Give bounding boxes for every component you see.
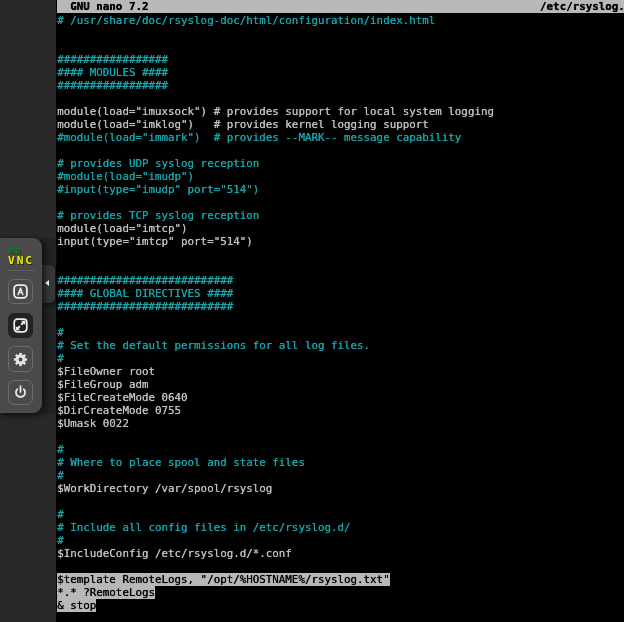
novnc-logo-vnc: VNC [8, 255, 34, 266]
gear-icon [13, 352, 28, 367]
terminal-line: # [57, 443, 494, 456]
novnc-logo-no: no [9, 246, 34, 255]
terminal-line: #module(load="imudp") [57, 170, 494, 183]
terminal-line: module(load="imuxsock") # provides suppo… [57, 105, 494, 118]
terminal-line [57, 92, 494, 105]
terminal-line: # [57, 534, 494, 547]
terminal-line: # [57, 469, 494, 482]
terminal-line: & stop [57, 599, 494, 612]
terminal-line: #### GLOBAL DIRECTIVES #### [57, 287, 494, 300]
terminal-line [57, 27, 494, 40]
settings-button[interactable] [8, 346, 33, 371]
terminal-line: $Umask 0022 [57, 417, 494, 430]
terminal-line: $DirCreateMode 0755 [57, 404, 494, 417]
fullscreen-icon [13, 318, 28, 333]
terminal-text: # /usr/share/doc/rsyslog-doc/html/config… [57, 14, 494, 612]
power-icon [13, 385, 28, 400]
terminal-line: # Where to place spool and state files [57, 456, 494, 469]
terminal-screen[interactable]: GNU nano 7.2 /etc/rsyslog. # /usr/share/… [56, 0, 624, 622]
control-bar-handle[interactable] [42, 265, 55, 303]
terminal-line: #module(load="immark") # provides --MARK… [57, 131, 494, 144]
terminal-line: *.* ?RemoteLogs [57, 586, 494, 599]
nano-title-app: GNU nano 7.2 [57, 0, 148, 13]
collapse-left-arrow-icon [45, 280, 49, 286]
terminal-line [57, 560, 494, 573]
terminal-line: #input(type="imudp" port="514") [57, 183, 494, 196]
disconnect-button[interactable] [8, 380, 33, 405]
nano-titlebar: GNU nano 7.2 /etc/rsyslog. [57, 0, 624, 13]
terminal-line: # provides UDP syslog reception [57, 157, 494, 170]
terminal-line [57, 196, 494, 209]
terminal-line: $IncludeConfig /etc/rsyslog.d/*.conf [57, 547, 494, 560]
terminal-line: ################# [57, 53, 494, 66]
terminal-line: $FileGroup adm [57, 378, 494, 391]
terminal-line: ########################### [57, 300, 494, 313]
terminal-line: # /usr/share/doc/rsyslog-doc/html/config… [57, 14, 494, 27]
terminal-line: # [57, 352, 494, 365]
terminal-line [57, 144, 494, 157]
novnc-control-bar: no VNC [0, 238, 42, 414]
terminal-line: # [57, 508, 494, 521]
terminal-line: $FileOwner root [57, 365, 494, 378]
terminal-line: input(type="imtcp" port="514") [57, 235, 494, 248]
terminal-line: $FileCreateMode 0640 [57, 391, 494, 404]
terminal-line: # provides TCP syslog reception [57, 209, 494, 222]
screen: { "app": { "description": "noVNC remote … [0, 0, 624, 622]
terminal-line [57, 313, 494, 326]
control-bar-separator [8, 270, 35, 271]
nano-title-filename: /etc/rsyslog. [540, 0, 624, 13]
terminal-line: # Set the default permissions for all lo… [57, 339, 494, 352]
terminal-line: ########################### [57, 274, 494, 287]
terminal-line [57, 248, 494, 261]
terminal-line: # Include all config files in /etc/rsysl… [57, 521, 494, 534]
extra-keys-button[interactable] [8, 279, 33, 304]
terminal-line: $template RemoteLogs, "/opt/%HOSTNAME%/r… [57, 573, 494, 586]
terminal-line: module(load="imklog") # provides kernel … [57, 118, 494, 131]
terminal-line: module(load="imtcp") [57, 222, 494, 235]
terminal-line: ################# [57, 79, 494, 92]
novnc-logo: no VNC [8, 246, 34, 266]
keyboard-a-icon [13, 284, 28, 299]
fullscreen-button[interactable] [8, 313, 33, 338]
terminal-line: # [57, 326, 494, 339]
terminal-line [57, 430, 494, 443]
terminal-line: $WorkDirectory /var/spool/rsyslog [57, 482, 494, 495]
terminal-line [57, 495, 494, 508]
terminal-line: #### MODULES #### [57, 66, 494, 79]
terminal-line [57, 261, 494, 274]
terminal-line [57, 40, 494, 53]
